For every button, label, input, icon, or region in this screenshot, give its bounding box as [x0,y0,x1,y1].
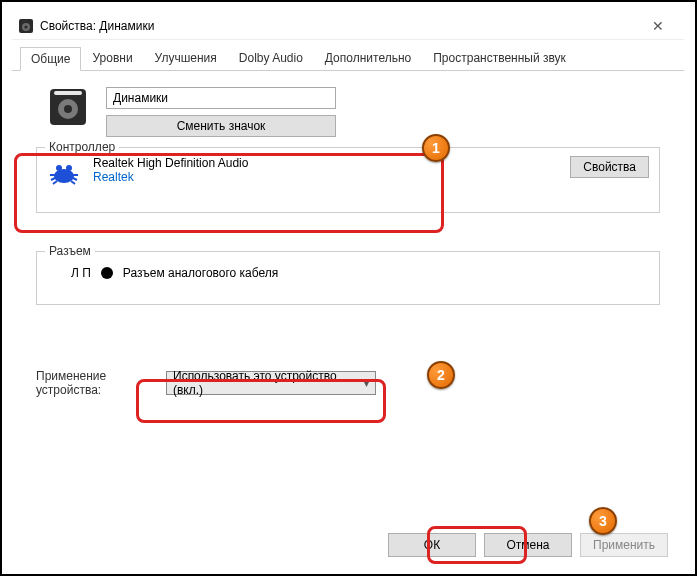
ok-button[interactable]: ОК [388,533,476,557]
svg-rect-6 [54,91,82,95]
tab-enhance[interactable]: Улучшения [144,46,228,70]
usage-label: Применение устройства: [36,369,136,397]
annotation-marker-2: 2 [427,361,455,389]
controller-legend: Контроллер [45,140,119,154]
controller-group: Контроллер Realtek High Definition Audio… [36,147,660,213]
controller-properties-button[interactable]: Свойства [570,156,649,178]
change-icon-button[interactable]: Сменить значок [106,115,336,137]
tab-strip: Общие Уровни Улучшения Dolby Audio Допол… [12,40,684,71]
controller-vendor-link[interactable]: Realtek [93,170,558,184]
realtek-icon [47,156,81,190]
close-icon[interactable]: ✕ [638,18,678,34]
svg-point-9 [66,165,72,171]
tab-general[interactable]: Общие [20,47,81,71]
tab-levels[interactable]: Уровни [81,46,143,70]
usage-selected-text: Использовать это устройство (вкл.) [173,369,364,397]
cancel-button[interactable]: Отмена [484,533,572,557]
jack-lr-label: Л П [71,266,91,280]
jacks-group: Разъем Л П Разъем аналогового кабеля [36,251,660,305]
jack-dot-icon [101,267,113,279]
speaker-icon [18,18,34,34]
tab-spatial[interactable]: Пространственный звук [422,46,577,70]
controller-name: Realtek High Definition Audio [93,156,558,170]
tab-advanced[interactable]: Дополнительно [314,46,422,70]
jack-desc: Разъем аналогового кабеля [123,266,278,280]
svg-point-5 [64,105,72,113]
svg-point-8 [56,165,62,171]
device-icon [48,87,88,127]
dialog-footer: ОК Отмена Применить [388,533,668,557]
tab-dolby[interactable]: Dolby Audio [228,46,314,70]
annotation-marker-3: 3 [589,507,617,535]
apply-button[interactable]: Применить [580,533,668,557]
usage-select[interactable]: Использовать это устройство (вкл.) ▾ [166,371,376,395]
title-bar: Свойства: Динамики ✕ [12,12,684,40]
chevron-down-icon: ▾ [364,378,369,389]
annotation-marker-1: 1 [422,134,450,162]
svg-point-2 [24,25,27,28]
svg-point-7 [54,169,74,183]
jacks-legend: Разъем [45,244,95,258]
window-title: Свойства: Динамики [40,19,638,33]
device-name-input[interactable] [106,87,336,109]
